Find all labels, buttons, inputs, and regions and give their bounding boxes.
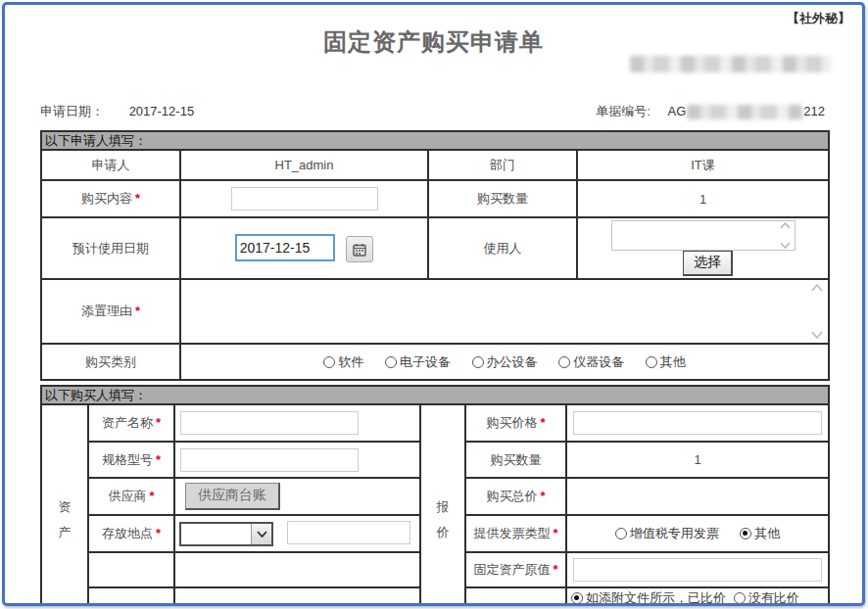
redacted-text [630,56,831,72]
applicant-table: 申请人 HT_admin 部门 IT课 购买内容* 购买数量 1 预计使用日期 [40,149,830,381]
listbox-scrollbar[interactable] [779,222,793,249]
radio-option-no-compare[interactable]: 没有比价 [734,590,799,605]
apply-date: 申请日期： 2017-12-15 [40,103,194,120]
location-select[interactable] [179,522,273,546]
empty-value-cell [174,587,420,606]
chevron-down-icon[interactable] [780,242,791,249]
table-row: 添置理由* [41,279,829,344]
calendar-button[interactable] [346,236,373,262]
chevron-up-icon[interactable] [811,284,823,292]
apply-date-value: 2017-12-15 [129,104,195,118]
confidential-tag: 【社外秘】 [787,10,850,27]
buy-qty-label: 购买数量 [465,442,566,478]
table-row: 资产 资产名称* 报价 购买价格* [41,404,829,442]
chevron-up-icon[interactable] [780,222,791,229]
user-label: 使用人 [428,217,577,279]
radio-option-other[interactable]: 其他 [646,354,686,369]
quote-group-label: 报价 [420,404,465,606]
purchase-content-input[interactable] [231,187,378,211]
radio-icon[interactable] [472,356,484,368]
radio-option-electronic[interactable]: 电子设备 [385,354,451,369]
supplier-cell: 供应商台账 [174,478,420,515]
table-row: 购买内容* 购买数量 1 [41,180,829,217]
radio-icon[interactable] [615,528,627,539]
doc-number-suffix: 212 [803,104,825,118]
invoice-type-cell: 增值税专用发票 其他 [566,515,829,552]
price-label: 购买价格* [465,404,566,442]
chevron-down-icon[interactable] [811,331,823,339]
empty-label-cell [88,552,174,587]
reason-textarea[interactable] [180,279,829,344]
dropdown-chevron-icon[interactable] [251,524,271,544]
radio-icon[interactable] [558,356,570,368]
radio-option-instrument[interactable]: 仪器设备 [558,354,624,369]
supplier-ledger-button[interactable]: 供应商台账 [185,483,280,510]
spec-cell [174,442,420,478]
compare-confirm-cell: 如添附文件所示，已比价 没有比价 [566,587,829,606]
radio-icon[interactable] [323,356,335,368]
asset-name-input[interactable] [180,411,359,435]
required-marker: * [540,415,545,430]
applicant-label: 申请人 [41,150,180,180]
radio-option-office[interactable]: 办公设备 [472,354,538,369]
category-label: 购买类别 [41,344,180,380]
radio-selected-icon[interactable] [571,592,583,604]
total-cell [566,478,829,515]
form-content: 以下申请人填写： 申请人 HT_admin 部门 IT课 购买内容* 购买数量 … [40,130,830,606]
location-label: 存放地点* [88,515,174,552]
user-listbox[interactable] [611,220,796,251]
select-user-button[interactable]: 选择 [683,251,733,276]
dept-label: 部门 [428,150,577,180]
applicant-value: HT_admin [180,150,428,180]
asset-name-label: 资产名称* [88,404,174,442]
purchase-qty-value: 1 [577,180,829,217]
reason-label: 添置理由* [41,279,180,344]
required-marker: * [156,526,161,540]
radio-option-compared[interactable]: 如添附文件所示，已比价 [571,590,726,605]
price-input[interactable] [573,411,823,435]
redacted-doc-number [687,105,802,119]
expected-date-label: 预计使用日期 [41,217,180,279]
radio-icon[interactable] [646,356,657,368]
expected-date-cell [180,217,428,279]
section-bar-buyer: 以下购买人填写： [40,385,830,405]
required-marker: * [553,526,557,540]
textarea-scrollbar[interactable] [809,284,825,339]
location-cell [174,515,420,552]
page-title: 固定资产购买申请单 [5,26,862,58]
user-cell: 选择 [577,217,829,279]
purchase-content-label: 购买内容* [41,180,180,217]
doc-number-prefix: AG [668,104,687,118]
radio-icon[interactable] [734,592,746,604]
table-row: 预计使用日期 使用人 选择 [41,217,829,279]
invoice-type-label: 提供发票类型* [465,515,566,552]
radio-option-software[interactable]: 软件 [323,354,363,369]
table-row: 购买类别 软件 电子设备 办公设备 仪器设备 其他 [41,344,829,380]
required-marker: * [149,489,154,503]
section-bar-applicant: 以下申请人填写： [40,130,830,151]
expected-date-input[interactable] [235,234,335,261]
original-value-cell [566,552,829,587]
original-value-input[interactable] [573,558,823,582]
dept-value: IT课 [577,150,829,180]
asset-group-label: 资产 [41,404,88,606]
supplier-label: 供应商* [88,478,174,515]
doc-number-label: 单据编号: [596,104,651,118]
radio-option-vat-invoice[interactable]: 增值税专用发票 [615,526,719,540]
spec-input[interactable] [180,448,359,472]
compare-confirm-label: 比价确认 [465,587,566,606]
location-detail-input[interactable] [287,521,410,544]
calendar-icon [353,243,366,257]
table-row: 申请人 HT_admin 部门 IT课 [41,150,829,180]
total-label: 购买总价* [465,478,566,515]
required-marker: * [156,415,161,430]
empty-label-cell [88,587,174,606]
radio-selected-icon[interactable] [740,528,751,539]
purchase-qty-label: 购买数量 [428,180,577,217]
buy-qty-value: 1 [566,442,829,478]
required-marker: * [553,562,557,577]
apply-date-label: 申请日期： [40,104,104,118]
asset-name-cell [174,404,420,442]
radio-option-invoice-other[interactable]: 其他 [740,526,780,540]
radio-icon[interactable] [385,356,397,368]
